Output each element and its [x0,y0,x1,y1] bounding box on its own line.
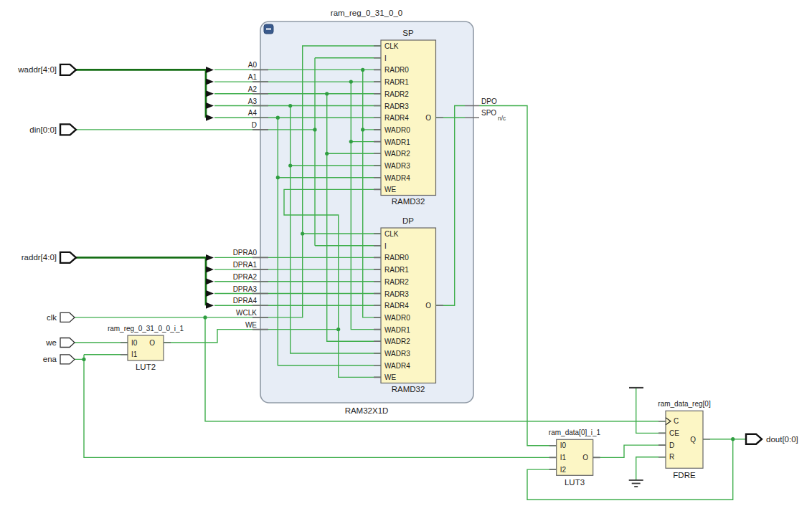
ram32x1d-block-body[interactable] [260,22,473,403]
dp-pin-radr1: RADR1 [384,266,409,274]
block-pin-a1: A1 [248,73,258,81]
input-port-icon[interactable] [60,252,76,263]
ground-symbol [629,480,643,487]
junction-dot [288,163,292,167]
output-port-icon[interactable] [746,434,762,444]
dp-pin-clk: CLK [384,230,399,238]
block-pin-dpra3: DPRA3 [233,285,258,293]
block-pin-wclk: WCLK [236,309,257,317]
block-pin-dpra0: DPRA0 [233,249,258,257]
net-lut3-o-to-d[interactable] [593,445,666,457]
fdre-pin-ce: CE [669,429,679,437]
cell-sp-ramd32[interactable]: SP RAMD32 CLK I RADR0 RADR1 RADR2 RADR3 … [381,29,436,206]
input-port-icon[interactable] [60,338,75,348]
schematic-canvas: ram_reg_0_31_0_0 RAM32X1D SP RAMD32 CLK … [0,0,812,516]
cell-fdre[interactable]: ram_data_reg[0] FDRE C CE D R Q [658,400,711,479]
cell-dp-title: DP [402,216,414,225]
bus-tap-arrow [206,90,214,97]
block-pin-dpo: DPO [481,97,497,105]
port-we-label: we [45,338,57,347]
cell-dp-type: RAMD32 [392,385,425,393]
collapse-button[interactable] [264,24,273,34]
bus-tap-arrow [206,302,214,309]
port-din-label: din[0:0] [29,125,57,134]
block-pin-spo: SPO [481,109,496,117]
port-din[interactable]: din[0:0] [29,124,76,135]
cell-dp-ramd32[interactable]: DP RAMD32 CLK I RADR0 RADR1 RADR2 RADR3 … [381,216,436,393]
fdre-pin-d: D [669,441,674,449]
input-port-icon[interactable] [60,312,75,322]
dp-pin-we: WE [384,373,396,381]
lut3-title: ram_data[0]_i_1 [549,429,601,436]
fdre-pin-c: C [674,417,679,425]
port-clk[interactable]: clk [47,312,75,322]
sp-pin-o: O [425,114,431,122]
block-pin-a2: A2 [248,85,258,93]
junction-dot [336,328,340,331]
dp-pin-wadr4: WADR4 [384,362,410,370]
lut3-pin-i0: I0 [560,441,567,449]
junction-dot [82,358,85,361]
port-dout[interactable]: dout[0:0] [746,434,798,444]
junction-dot [325,152,329,156]
cell-lut3[interactable]: ram_data[0]_i_1 LUT3 I0 I1 I2 O [549,429,601,487]
fdre-type: FDRE [673,471,696,479]
fdre-title: ram_data_reg[0] [658,400,711,408]
net-waddr-bus[interactable] [76,67,260,121]
port-waddr[interactable]: waddr[4:0] [17,64,76,75]
input-port-icon[interactable] [60,124,76,135]
port-raddr[interactable]: raddr[4:0] [22,252,76,263]
lut2-title: ram_reg_0_31_0_0_i_1 [108,325,184,333]
block-pin-a4: A4 [248,109,258,117]
cell-lut2[interactable]: ram_reg_0_31_0_0_i_1 LUT2 I0 I1 O [108,325,184,371]
port-ena[interactable]: ena [43,355,75,364]
sp-pin-radr4: RADR4 [384,114,409,122]
lut3-pin-i1: I1 [560,454,567,462]
junction-dot [288,104,292,108]
cell-sp-title: SP [402,29,414,37]
sp-pin-clk: CLK [384,42,399,50]
block-pin-dpra1: DPRA1 [233,261,258,269]
bus-tap-arrow [206,254,214,261]
input-port-icon[interactable] [60,355,75,364]
sp-pin-wadr0: WADR0 [384,126,410,134]
junction-dot [276,116,280,120]
block-pin-we: WE [245,321,257,329]
net-gnd-to-r[interactable] [629,457,666,487]
port-raddr-label: raddr[4:0] [22,253,57,262]
dp-pin-wadr2: WADR2 [384,338,410,345]
port-clk-label: clk [47,313,57,322]
lut3-pin-i2: I2 [560,466,567,474]
junction-dot [349,140,353,143]
sp-pin-radr3: RADR3 [384,102,409,110]
block-pin-a3: A3 [248,97,258,105]
sp-pin-i: I [384,54,387,62]
lut3-type: LUT3 [565,478,585,487]
sp-pin-wadr4: WADR4 [384,174,410,182]
sp-pin-wadr2: WADR2 [384,150,410,158]
junction-dot [349,80,353,84]
bus-tap-arrow [206,67,214,73]
junction-dot [361,128,364,131]
block-type-label: RAM32X1D [345,406,389,415]
bus-tap-arrow [206,278,214,285]
fdre-pin-r: R [669,453,674,461]
sp-pin-radr0: RADR0 [384,66,409,74]
block-pin-d: D [252,121,257,129]
dp-pin-wadr1: WADR1 [384,326,410,334]
port-we[interactable]: we [45,338,75,348]
port-dout-label: dout[0:0] [766,435,798,444]
block-pin-a0: A0 [248,61,258,69]
input-port-icon[interactable] [60,64,76,75]
junction-dot [731,437,735,441]
bus-tap-arrow [206,290,214,297]
block-pin-dpra2: DPRA2 [233,273,258,281]
dp-pin-o: O [425,302,431,310]
fdre-pin-q: Q [690,436,696,444]
bus-tap-arrow [206,267,214,273]
port-ena-label: ena [43,355,57,363]
bus-tap-arrow [206,115,214,121]
elaborated-design-schematic: ram_reg_0_31_0_0 RAM32X1D SP RAMD32 CLK … [0,0,812,516]
net-vcc-to-ce[interactable] [629,388,666,433]
junction-dot [203,315,207,319]
